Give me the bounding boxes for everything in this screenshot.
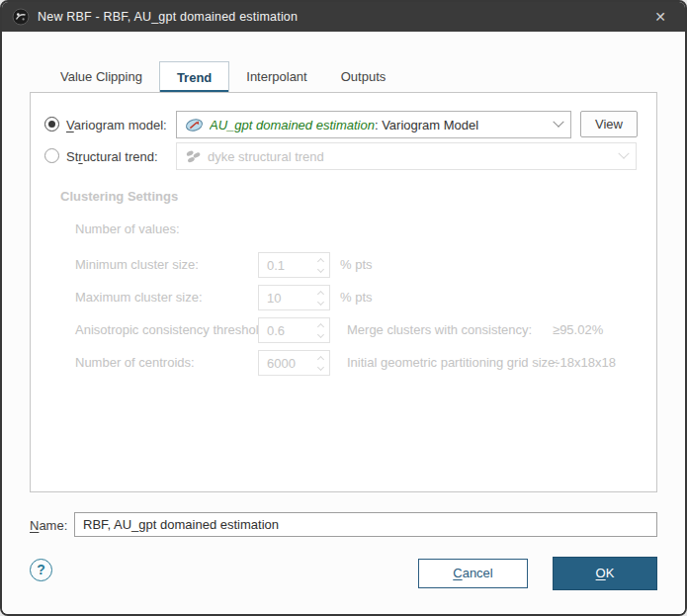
cancel-button[interactable]: Cancel <box>418 559 528 588</box>
variogram-icon <box>185 118 204 132</box>
structural-trend-selected-value: dyke structural trend <box>208 149 324 164</box>
max-cluster-size-unit: % pts <box>340 290 373 305</box>
structural-trend-label: Structural trend: <box>66 149 158 164</box>
min-cluster-size-unit: % pts <box>340 257 373 272</box>
tab-interpolant[interactable]: Interpolant <box>229 61 323 93</box>
merge-clusters-value: ≥95.02% <box>553 322 603 337</box>
name-input[interactable] <box>74 512 657 537</box>
variogram-selected-value: AU_gpt domained estimation: Variogram Mo… <box>210 118 478 132</box>
number-of-values-label: Number of values: <box>75 221 180 236</box>
number-of-centroids-stepper <box>258 350 330 376</box>
dialog-window: New RBF - RBF, AU_gpt domained estimatio… <box>0 0 687 616</box>
anisotropic-threshold-input <box>259 323 308 338</box>
max-cluster-size-input <box>259 291 308 306</box>
rbf-interpolant-icon <box>12 8 30 26</box>
help-button[interactable]: ? <box>30 559 52 581</box>
variogram-model-label: Variogram model: <box>66 118 167 132</box>
titlebar: New RBF - RBF, AU_gpt domained estimatio… <box>2 2 685 32</box>
anisotropic-threshold-label: Anisotropic consistency threshold: <box>75 322 270 337</box>
stepper-arrows-icon <box>318 324 329 337</box>
structural-trend-radio[interactable] <box>44 148 59 163</box>
min-cluster-size-label: Minimum cluster size: <box>75 257 199 272</box>
window-title: New RBF - RBF, AU_gpt domained estimatio… <box>38 10 298 24</box>
dialog-body: Value Clipping Trend Interpolant Outputs… <box>2 32 685 614</box>
chevron-down-icon <box>618 148 629 159</box>
tab-bar: Value Clipping Trend Interpolant Outputs <box>43 61 402 93</box>
partitioning-grid-value: ~18x18x18 <box>553 355 616 370</box>
view-button[interactable]: View <box>580 111 638 137</box>
number-of-centroids-label: Number of centroids: <box>75 355 195 370</box>
clustering-settings-heading: Clustering Settings <box>60 189 178 204</box>
structural-trend-icon <box>185 149 202 164</box>
merge-clusters-label: Merge clusters with consistency: <box>347 322 532 337</box>
anisotropic-threshold-stepper <box>258 317 330 343</box>
min-cluster-size-stepper <box>258 252 330 278</box>
tab-outputs[interactable]: Outputs <box>324 61 403 93</box>
tab-value-clipping[interactable]: Value Clipping <box>43 61 159 93</box>
partitioning-grid-label: Initial geometric partitioning grid size… <box>347 355 558 370</box>
chevron-down-icon <box>553 117 563 128</box>
stepper-arrows-icon <box>318 357 329 370</box>
max-cluster-size-stepper <box>258 285 330 310</box>
min-cluster-size-input <box>259 258 308 273</box>
tab-trend[interactable]: Trend <box>159 61 229 93</box>
stepper-arrows-icon <box>318 259 329 272</box>
variogram-model-radio[interactable] <box>44 117 59 132</box>
number-of-centroids-input <box>259 356 308 371</box>
ok-button[interactable]: OK <box>553 557 657 590</box>
name-label: Name: <box>30 518 67 533</box>
stepper-arrows-icon <box>318 292 329 305</box>
close-icon[interactable]: ✕ <box>645 2 675 32</box>
max-cluster-size-label: Maximum cluster size: <box>75 290 203 305</box>
variogram-model-select[interactable]: AU_gpt domained estimation: Variogram Mo… <box>176 111 571 138</box>
structural-trend-select: dyke structural trend <box>176 142 637 170</box>
trend-panel: Variogram model: AU_gpt domained estimat… <box>30 92 657 492</box>
